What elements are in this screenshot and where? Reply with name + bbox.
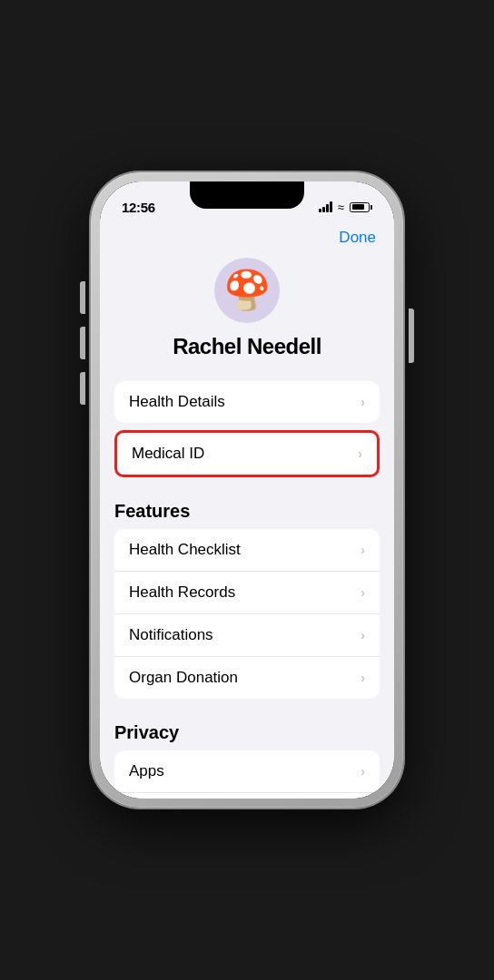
signal-icon <box>319 201 332 212</box>
chevron-icon: › <box>361 585 365 600</box>
avatar-emoji: 🍄 <box>223 271 271 309</box>
chevron-icon: › <box>361 395 365 409</box>
health-records-label: Health Records <box>129 583 235 602</box>
apps-label: Apps <box>129 762 164 780</box>
notifications-item[interactable]: Notifications › <box>114 614 380 657</box>
avatar: 🍄 <box>214 258 280 323</box>
privacy-group: Apps › Research Studies › Devices › <box>114 750 380 799</box>
health-details-item[interactable]: Health Details › <box>114 381 380 423</box>
wifi-icon: ≈ <box>338 201 344 214</box>
apps-item[interactable]: Apps › <box>114 750 380 793</box>
medical-id-item[interactable]: Medical ID › <box>114 430 380 477</box>
privacy-section-header: Privacy <box>100 706 394 750</box>
notifications-label: Notifications <box>129 626 213 644</box>
medical-id-inner[interactable]: Medical ID › <box>117 433 377 475</box>
content-area: Done 🍄 Rachel Needell Health Details › <box>100 221 394 799</box>
status-icons: ≈ <box>319 201 372 214</box>
top-items-group: Health Details › <box>114 381 380 423</box>
health-details-label: Health Details <box>129 393 225 411</box>
health-checklist-item[interactable]: Health Checklist › <box>114 529 380 572</box>
chevron-icon: › <box>361 764 365 779</box>
health-checklist-label: Health Checklist <box>129 541 241 559</box>
battery-icon <box>350 202 372 212</box>
status-bar: 12:56 ≈ <box>100 181 394 221</box>
organ-donation-item[interactable]: Organ Donation › <box>114 657 380 699</box>
notch <box>190 181 304 209</box>
medical-id-label: Medical ID <box>132 445 204 463</box>
chevron-icon: › <box>361 671 365 685</box>
features-section-header: Features <box>100 485 394 529</box>
medical-id-chevron-icon: › <box>358 446 362 461</box>
profile-section: 🍄 Rachel Needell <box>100 250 394 381</box>
header: Done <box>100 221 394 250</box>
research-studies-item[interactable]: Research Studies › <box>114 793 380 799</box>
done-button[interactable]: Done <box>339 229 376 247</box>
status-time: 12:56 <box>122 200 155 215</box>
chevron-icon: › <box>361 543 365 557</box>
features-group: Health Checklist › Health Records › Noti… <box>114 529 380 699</box>
profile-name: Rachel Needell <box>173 334 321 359</box>
chevron-icon: › <box>361 628 365 642</box>
health-records-item[interactable]: Health Records › <box>114 572 380 614</box>
organ-donation-label: Organ Donation <box>129 669 238 687</box>
phone-frame: 12:56 ≈ <box>91 172 403 808</box>
